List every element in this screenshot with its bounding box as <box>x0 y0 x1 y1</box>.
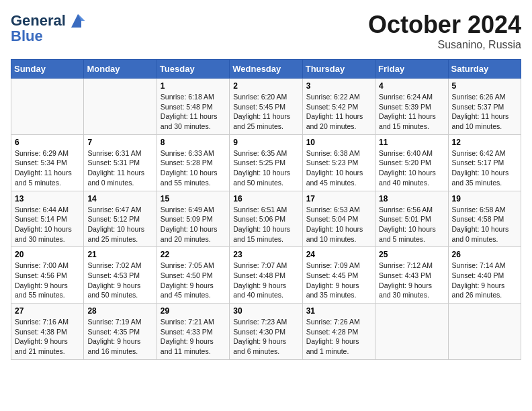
calendar-day-cell: 10Sunrise: 6:38 AM Sunset: 5:23 PM Dayli… <box>302 134 375 191</box>
calendar-day-cell: 20Sunrise: 7:00 AM Sunset: 4:56 PM Dayli… <box>11 247 84 304</box>
weekday-row: SundayMondayTuesdayWednesdayThursdayFrid… <box>11 60 521 79</box>
day-info: Sunrise: 6:29 AM Sunset: 5:34 PM Dayligh… <box>15 148 80 188</box>
day-number: 18 <box>379 194 444 203</box>
day-info: Sunrise: 6:24 AM Sunset: 5:39 PM Dayligh… <box>379 92 444 132</box>
day-info: Sunrise: 7:12 AM Sunset: 4:43 PM Dayligh… <box>379 261 444 300</box>
day-number: 26 <box>452 250 517 259</box>
calendar-day-cell: 25Sunrise: 7:12 AM Sunset: 4:43 PM Dayli… <box>375 247 448 304</box>
day-number: 5 <box>452 81 517 91</box>
day-info: Sunrise: 6:42 AM Sunset: 5:17 PM Dayligh… <box>452 148 517 188</box>
day-info: Sunrise: 6:56 AM Sunset: 5:01 PM Dayligh… <box>379 205 444 244</box>
calendar-day-cell: 16Sunrise: 6:51 AM Sunset: 5:06 PM Dayli… <box>230 191 302 247</box>
calendar-day-cell: 26Sunrise: 7:14 AM Sunset: 4:40 PM Dayli… <box>448 247 521 304</box>
calendar-week-row: 1Sunrise: 6:18 AM Sunset: 5:48 PM Daylig… <box>11 79 521 135</box>
day-number: 7 <box>87 138 152 147</box>
day-info: Sunrise: 6:33 AM Sunset: 5:28 PM Dayligh… <box>161 148 226 188</box>
day-info: Sunrise: 7:05 AM Sunset: 4:50 PM Dayligh… <box>161 261 226 300</box>
calendar-day-cell: 18Sunrise: 6:56 AM Sunset: 5:01 PM Dayli… <box>375 191 448 247</box>
day-number: 11 <box>379 138 444 147</box>
day-number: 1 <box>161 81 226 91</box>
logo: General Blue <box>11 11 88 44</box>
day-number: 4 <box>379 81 444 91</box>
calendar-day-cell: 7Sunrise: 6:31 AM Sunset: 5:31 PM Daylig… <box>84 134 157 191</box>
day-number: 17 <box>306 194 371 203</box>
day-info: Sunrise: 7:07 AM Sunset: 4:48 PM Dayligh… <box>233 261 298 300</box>
day-info: Sunrise: 7:16 AM Sunset: 4:38 PM Dayligh… <box>15 317 80 357</box>
calendar-day-cell: 31Sunrise: 7:26 AM Sunset: 4:28 PM Dayli… <box>302 304 375 360</box>
day-info: Sunrise: 7:26 AM Sunset: 4:28 PM Dayligh… <box>306 317 371 357</box>
calendar-day-cell: 15Sunrise: 6:49 AM Sunset: 5:09 PM Dayli… <box>157 191 229 247</box>
day-info: Sunrise: 7:21 AM Sunset: 4:33 PM Dayligh… <box>161 317 226 357</box>
calendar-day-cell: 27Sunrise: 7:16 AM Sunset: 4:38 PM Dayli… <box>11 304 84 360</box>
title-block: October 2024 Susanino, Russia <box>368 11 521 51</box>
calendar-day-cell: 1Sunrise: 6:18 AM Sunset: 5:48 PM Daylig… <box>157 79 229 135</box>
day-number: 9 <box>233 138 298 147</box>
weekday-header: Thursday <box>302 60 375 79</box>
day-info: Sunrise: 6:26 AM Sunset: 5:37 PM Dayligh… <box>452 92 517 132</box>
day-info: Sunrise: 7:14 AM Sunset: 4:40 PM Dayligh… <box>452 261 517 300</box>
day-info: Sunrise: 6:35 AM Sunset: 5:25 PM Dayligh… <box>233 148 298 188</box>
day-number: 13 <box>15 194 80 203</box>
logo-text: General <box>11 13 66 29</box>
day-number: 28 <box>87 306 152 316</box>
day-info: Sunrise: 6:58 AM Sunset: 4:58 PM Dayligh… <box>452 205 517 244</box>
weekday-header: Tuesday <box>157 60 229 79</box>
day-info: Sunrise: 7:02 AM Sunset: 4:53 PM Dayligh… <box>87 261 152 300</box>
weekday-header: Friday <box>375 60 448 79</box>
calendar-day-cell: 9Sunrise: 6:35 AM Sunset: 5:25 PM Daylig… <box>230 134 302 191</box>
day-info: Sunrise: 6:40 AM Sunset: 5:20 PM Dayligh… <box>379 148 444 188</box>
calendar-day-cell <box>375 304 448 360</box>
day-number: 31 <box>306 306 371 316</box>
calendar-day-cell: 4Sunrise: 6:24 AM Sunset: 5:39 PM Daylig… <box>375 79 448 135</box>
calendar-day-cell: 23Sunrise: 7:07 AM Sunset: 4:48 PM Dayli… <box>230 247 302 304</box>
day-number: 30 <box>233 306 298 316</box>
calendar-day-cell <box>84 79 157 135</box>
month-title: October 2024 <box>368 11 521 39</box>
day-info: Sunrise: 7:09 AM Sunset: 4:45 PM Dayligh… <box>306 261 371 300</box>
calendar-day-cell: 2Sunrise: 6:20 AM Sunset: 5:45 PM Daylig… <box>230 79 302 135</box>
day-number: 6 <box>15 138 80 147</box>
day-number: 21 <box>87 250 152 259</box>
day-info: Sunrise: 7:00 AM Sunset: 4:56 PM Dayligh… <box>15 261 80 300</box>
day-number: 14 <box>87 194 152 203</box>
day-number: 25 <box>379 250 444 259</box>
day-info: Sunrise: 6:47 AM Sunset: 5:12 PM Dayligh… <box>87 205 152 244</box>
day-info: Sunrise: 6:22 AM Sunset: 5:42 PM Dayligh… <box>306 92 371 132</box>
day-number: 8 <box>161 138 226 147</box>
calendar-day-cell: 12Sunrise: 6:42 AM Sunset: 5:17 PM Dayli… <box>448 134 521 191</box>
calendar-day-cell: 13Sunrise: 6:44 AM Sunset: 5:14 PM Dayli… <box>11 191 84 247</box>
calendar-week-row: 13Sunrise: 6:44 AM Sunset: 5:14 PM Dayli… <box>11 191 521 247</box>
day-number: 12 <box>452 138 517 147</box>
weekday-header: Wednesday <box>230 60 302 79</box>
calendar-day-cell: 5Sunrise: 6:26 AM Sunset: 5:37 PM Daylig… <box>448 79 521 135</box>
day-number: 19 <box>452 194 517 203</box>
calendar-header: SundayMondayTuesdayWednesdayThursdayFrid… <box>11 60 521 79</box>
calendar-day-cell: 30Sunrise: 7:23 AM Sunset: 4:30 PM Dayli… <box>230 304 302 360</box>
calendar-day-cell: 3Sunrise: 6:22 AM Sunset: 5:42 PM Daylig… <box>302 79 375 135</box>
day-info: Sunrise: 6:20 AM Sunset: 5:45 PM Dayligh… <box>233 92 298 132</box>
calendar-week-row: 27Sunrise: 7:16 AM Sunset: 4:38 PM Dayli… <box>11 304 521 360</box>
day-number: 23 <box>233 250 298 259</box>
logo-icon <box>68 11 88 31</box>
calendar-day-cell: 29Sunrise: 7:21 AM Sunset: 4:33 PM Dayli… <box>157 304 229 360</box>
day-number: 3 <box>306 81 371 91</box>
calendar-day-cell: 17Sunrise: 6:53 AM Sunset: 5:04 PM Dayli… <box>302 191 375 247</box>
day-number: 10 <box>306 138 371 147</box>
calendar-week-row: 6Sunrise: 6:29 AM Sunset: 5:34 PM Daylig… <box>11 134 521 191</box>
calendar-day-cell: 19Sunrise: 6:58 AM Sunset: 4:58 PM Dayli… <box>448 191 521 247</box>
calendar-day-cell <box>11 79 84 135</box>
day-info: Sunrise: 6:18 AM Sunset: 5:48 PM Dayligh… <box>161 92 226 132</box>
calendar-day-cell: 22Sunrise: 7:05 AM Sunset: 4:50 PM Dayli… <box>157 247 229 304</box>
calendar-table: SundayMondayTuesdayWednesdayThursdayFrid… <box>11 59 521 360</box>
page-header: General Blue October 2024 Susanino, Russ… <box>11 11 521 51</box>
calendar-day-cell: 8Sunrise: 6:33 AM Sunset: 5:28 PM Daylig… <box>157 134 229 191</box>
calendar-day-cell: 11Sunrise: 6:40 AM Sunset: 5:20 PM Dayli… <box>375 134 448 191</box>
weekday-header: Monday <box>84 60 157 79</box>
calendar-day-cell <box>448 304 521 360</box>
day-info: Sunrise: 7:19 AM Sunset: 4:35 PM Dayligh… <box>87 317 152 357</box>
day-number: 24 <box>306 250 371 259</box>
day-info: Sunrise: 6:51 AM Sunset: 5:06 PM Dayligh… <box>233 205 298 244</box>
day-number: 20 <box>15 250 80 259</box>
day-info: Sunrise: 6:53 AM Sunset: 5:04 PM Dayligh… <box>306 205 371 244</box>
calendar-day-cell: 6Sunrise: 6:29 AM Sunset: 5:34 PM Daylig… <box>11 134 84 191</box>
